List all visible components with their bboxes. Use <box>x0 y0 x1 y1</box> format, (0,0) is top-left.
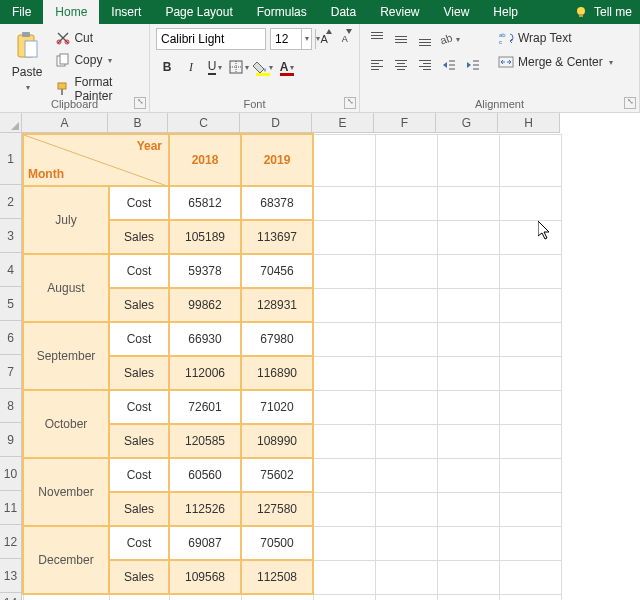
cell-C8[interactable]: 72601 <box>169 390 241 424</box>
cell-F12[interactable] <box>375 526 437 560</box>
tab-insert[interactable]: Insert <box>99 0 153 24</box>
cell-E7[interactable] <box>313 356 375 390</box>
cell-grid[interactable]: YearMonth20182019JulyCost6581268378Sales… <box>22 133 562 600</box>
cell-F9[interactable] <box>375 424 437 458</box>
underline-button[interactable]: U▾ <box>204 56 226 78</box>
cell-E9[interactable] <box>313 424 375 458</box>
cell-D11[interactable]: 127580 <box>241 492 313 526</box>
cell-D7[interactable]: 116890 <box>241 356 313 390</box>
font-name-combo[interactable]: ▾ <box>156 28 266 50</box>
font-expand-button[interactable]: ⤡ <box>344 97 356 109</box>
tab-review[interactable]: Review <box>368 0 431 24</box>
col-header-B[interactable]: B <box>108 113 168 133</box>
cell-B4[interactable]: Cost <box>109 254 169 288</box>
cell-H8[interactable] <box>499 390 561 424</box>
align-bottom-button[interactable] <box>414 28 436 50</box>
tab-formulas[interactable]: Formulas <box>245 0 319 24</box>
cell-B10[interactable]: Cost <box>109 458 169 492</box>
fill-color-button[interactable]: ▾ <box>252 56 274 78</box>
cell-G3[interactable] <box>437 220 499 254</box>
cell-A12[interactable]: December <box>23 526 109 594</box>
worksheet[interactable]: ABCDEFGH 1234567891011121314 YearMonth20… <box>0 113 640 600</box>
cell-H11[interactable] <box>499 492 561 526</box>
row-header-14[interactable]: 14 <box>0 593 22 600</box>
cell-A2[interactable]: July <box>23 186 109 254</box>
cell-B8[interactable]: Cost <box>109 390 169 424</box>
font-size-combo[interactable]: ▾ <box>270 28 312 50</box>
italic-button[interactable]: I <box>180 56 202 78</box>
cell-E5[interactable] <box>313 288 375 322</box>
cell-H4[interactable] <box>499 254 561 288</box>
cell-C11[interactable]: 112526 <box>169 492 241 526</box>
tab-data[interactable]: Data <box>319 0 368 24</box>
cell-C4[interactable]: 59378 <box>169 254 241 288</box>
row-header-5[interactable]: 5 <box>0 287 22 321</box>
decrease-indent-button[interactable] <box>438 54 460 76</box>
tab-home[interactable]: Home <box>43 0 99 24</box>
cell-E6[interactable] <box>313 322 375 356</box>
cell-F6[interactable] <box>375 322 437 356</box>
cell-B11[interactable]: Sales <box>109 492 169 526</box>
row-header-13[interactable]: 13 <box>0 559 22 593</box>
cell-H10[interactable] <box>499 458 561 492</box>
row-header-10[interactable]: 10 <box>0 457 22 491</box>
cell-C9[interactable]: 120585 <box>169 424 241 458</box>
cell-F4[interactable] <box>375 254 437 288</box>
tell-me-button[interactable]: Tell me <box>566 0 640 24</box>
cell-H12[interactable] <box>499 526 561 560</box>
cell-G5[interactable] <box>437 288 499 322</box>
cell-D14[interactable] <box>241 594 313 600</box>
cell-G2[interactable] <box>437 186 499 220</box>
row-header-2[interactable]: 2 <box>0 185 22 219</box>
cell-E12[interactable] <box>313 526 375 560</box>
cell-C1[interactable]: 2018 <box>169 134 241 186</box>
cell-H1[interactable] <box>499 134 561 186</box>
cell-H14[interactable] <box>499 594 561 600</box>
cell-A1[interactable]: YearMonth <box>23 134 169 186</box>
orientation-button[interactable]: ab▾ <box>438 28 460 50</box>
cell-D12[interactable]: 70500 <box>241 526 313 560</box>
paste-button[interactable]: Paste ▾ <box>6 28 48 100</box>
cell-E2[interactable] <box>313 186 375 220</box>
increase-font-button[interactable]: A <box>316 28 333 50</box>
cell-H13[interactable] <box>499 560 561 594</box>
cell-E14[interactable] <box>313 594 375 600</box>
cell-B14[interactable] <box>109 594 169 600</box>
cell-B13[interactable]: Sales <box>109 560 169 594</box>
cell-B9[interactable]: Sales <box>109 424 169 458</box>
tab-help[interactable]: Help <box>481 0 530 24</box>
cell-D13[interactable]: 112508 <box>241 560 313 594</box>
align-top-button[interactable] <box>366 28 388 50</box>
cell-G4[interactable] <box>437 254 499 288</box>
align-right-button[interactable] <box>414 54 436 76</box>
copy-button[interactable]: Copy▾ <box>52 50 143 70</box>
cell-F8[interactable] <box>375 390 437 424</box>
col-header-A[interactable]: A <box>22 113 108 133</box>
cell-C3[interactable]: 105189 <box>169 220 241 254</box>
cell-E13[interactable] <box>313 560 375 594</box>
col-header-H[interactable]: H <box>498 113 560 133</box>
cell-C14[interactable] <box>169 594 241 600</box>
row-header-4[interactable]: 4 <box>0 253 22 287</box>
cell-C7[interactable]: 112006 <box>169 356 241 390</box>
cell-D4[interactable]: 70456 <box>241 254 313 288</box>
borders-button[interactable]: ▾ <box>228 56 250 78</box>
cell-D10[interactable]: 75602 <box>241 458 313 492</box>
row-header-6[interactable]: 6 <box>0 321 22 355</box>
decrease-font-button[interactable]: A <box>337 28 354 50</box>
row-header-1[interactable]: 1 <box>0 133 22 185</box>
cut-button[interactable]: Cut <box>52 28 143 48</box>
col-header-G[interactable]: G <box>436 113 498 133</box>
merge-center-button[interactable]: Merge & Center▾ <box>494 52 617 72</box>
cell-B6[interactable]: Cost <box>109 322 169 356</box>
cell-F13[interactable] <box>375 560 437 594</box>
cell-D6[interactable]: 67980 <box>241 322 313 356</box>
chevron-down-icon[interactable]: ▾ <box>301 29 311 49</box>
align-middle-button[interactable] <box>390 28 412 50</box>
cell-G14[interactable] <box>437 594 499 600</box>
tab-view[interactable]: View <box>432 0 482 24</box>
cell-H6[interactable] <box>499 322 561 356</box>
cell-B3[interactable]: Sales <box>109 220 169 254</box>
col-header-E[interactable]: E <box>312 113 374 133</box>
wrap-text-button[interactable]: abc Wrap Text <box>494 28 617 48</box>
